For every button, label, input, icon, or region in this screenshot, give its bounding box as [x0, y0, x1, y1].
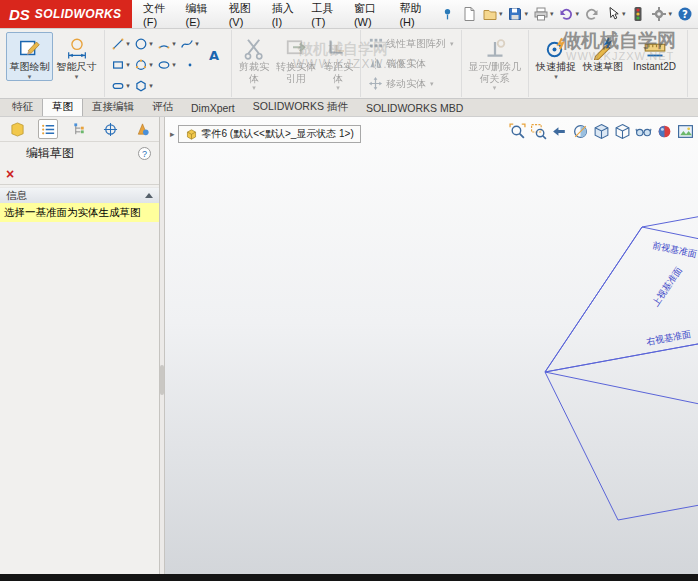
- redo-button[interactable]: [582, 3, 602, 25]
- dropdown-arrow-icon[interactable]: ▾: [149, 61, 153, 69]
- save-button[interactable]: ▾: [505, 3, 530, 25]
- tab-features[interactable]: 特征: [3, 98, 42, 116]
- splitter-grip[interactable]: [160, 365, 164, 395]
- perimeter-circle-tool-button[interactable]: ▾: [132, 54, 155, 75]
- tab-sketch[interactable]: 草图: [42, 97, 83, 116]
- display-style-button[interactable]: [613, 122, 632, 141]
- sketch-draw-button[interactable]: 草图绘制 ▾: [6, 32, 53, 81]
- apply-scene-button[interactable]: [676, 122, 695, 141]
- tab-direct-editing[interactable]: 直接编辑: [83, 98, 143, 116]
- graphics-area[interactable]: 前视基准面 上视基准面 右视基准面: [165, 117, 698, 574]
- info-section-header[interactable]: 信息: [0, 187, 159, 203]
- dropdown-arrow-icon[interactable]: ▾: [195, 40, 199, 48]
- dropdown-arrow-icon[interactable]: ▾: [622, 10, 626, 18]
- breadcrumb-arrow-icon[interactable]: ▸: [170, 129, 175, 139]
- menu-view[interactable]: 视图(V): [222, 0, 265, 28]
- view-orientation-button[interactable]: [592, 122, 611, 141]
- pin-menu-icon[interactable]: [441, 0, 454, 28]
- circle-tool-button[interactable]: ▾: [132, 33, 155, 54]
- dropdown-arrow-icon[interactable]: ▾: [336, 84, 340, 91]
- zoom-fit-button[interactable]: [508, 122, 527, 141]
- scene-icon: [677, 123, 694, 140]
- menu-file[interactable]: 文件(F): [136, 0, 179, 28]
- tab-solidworks-addins[interactable]: SOLIDWORKS 插件: [244, 98, 357, 116]
- quick-snaps-button[interactable]: 快速捕捉 ▾: [533, 32, 580, 81]
- polygon-icon: [134, 79, 148, 93]
- zoom-area-button[interactable]: [529, 122, 548, 141]
- point-tool-button[interactable]: [178, 54, 201, 75]
- previous-view-button[interactable]: [550, 122, 569, 141]
- polygon-tool-button[interactable]: ▾: [132, 75, 155, 96]
- dropdown-arrow-icon[interactable]: ▾: [172, 61, 176, 69]
- trim-entities-button[interactable]: 剪裁实体 ▾: [236, 32, 272, 92]
- text-tool-button[interactable]: [201, 34, 227, 76]
- document-tab[interactable]: 零件6 (默认<<默认>_显示状态 1>): [178, 125, 361, 143]
- menu-edit[interactable]: 编辑(E): [179, 0, 222, 28]
- new-document-button[interactable]: [459, 3, 479, 25]
- panel-empty-area: [0, 222, 159, 574]
- undo-button[interactable]: ▾: [556, 3, 581, 25]
- dropdown-arrow-icon[interactable]: ▾: [28, 73, 32, 80]
- dropdown-arrow-icon[interactable]: ▾: [668, 10, 672, 18]
- convert-entities-button[interactable]: 转换实体引用: [272, 32, 320, 85]
- dropdown-arrow-icon[interactable]: ▾: [550, 10, 554, 18]
- dropdown-arrow-icon[interactable]: ▾: [450, 40, 454, 48]
- dropdown-arrow-icon[interactable]: ▾: [493, 84, 497, 91]
- featuremanager-tab[interactable]: [7, 119, 27, 139]
- section-view-button[interactable]: [571, 122, 590, 141]
- panel-help-icon[interactable]: ?: [138, 147, 151, 160]
- configurationmanager-tab[interactable]: [70, 119, 90, 139]
- display-delete-relations-button[interactable]: 显示/删除几何关系 ▾: [466, 32, 524, 92]
- hide-show-items-button[interactable]: [634, 122, 653, 141]
- menu-tools[interactable]: 工具(T): [304, 0, 347, 28]
- graphics-viewport[interactable]: 前视基准面 上视基准面 右视基准面 ▸ 零件6 (默认<<默认>_显示状态 1>…: [165, 117, 698, 574]
- menu-insert[interactable]: 插入(I): [265, 0, 305, 28]
- view-cube-icon: [593, 123, 610, 140]
- dropdown-arrow-icon[interactable]: ▾: [126, 82, 130, 90]
- collapse-chevron-icon[interactable]: [145, 193, 153, 198]
- dropdown-arrow-icon[interactable]: ▾: [499, 10, 503, 18]
- displaymanager-tab[interactable]: [132, 119, 152, 139]
- tab-evaluate[interactable]: 评估: [143, 98, 182, 116]
- select-button[interactable]: ▾: [603, 3, 628, 25]
- dropdown-arrow-icon[interactable]: ▾: [149, 82, 153, 90]
- tab-dimxpert[interactable]: DimXpert: [182, 100, 244, 116]
- cancel-icon[interactable]: ×: [6, 168, 14, 180]
- offset-entities-button[interactable]: 等距实体 ▾: [320, 32, 356, 92]
- ellipse-tool-button[interactable]: ▾: [155, 54, 178, 75]
- menu-help[interactable]: 帮助(H): [392, 0, 436, 28]
- help-button[interactable]: [675, 3, 695, 25]
- line-tool-button[interactable]: ▾: [109, 33, 132, 54]
- menu-window[interactable]: 窗口(W): [347, 0, 392, 28]
- linear-sketch-pattern-button[interactable]: 线性草图阵列 ▾: [365, 35, 457, 52]
- dropdown-arrow-icon[interactable]: ▾: [575, 10, 579, 18]
- dropdown-arrow-icon[interactable]: ▾: [430, 80, 434, 88]
- dimxpertmanager-tab[interactable]: [101, 119, 121, 139]
- tab-solidworks-mbd[interactable]: SOLIDWORKS MBD: [357, 100, 472, 116]
- open-button[interactable]: ▾: [480, 3, 505, 25]
- edit-appearance-button[interactable]: [655, 122, 674, 141]
- dropdown-arrow-icon[interactable]: ▾: [126, 61, 130, 69]
- dropdown-arrow-icon[interactable]: ▾: [554, 73, 558, 80]
- rapid-sketch-button[interactable]: 快速草图: [580, 32, 627, 74]
- print-button[interactable]: ▾: [531, 3, 556, 25]
- quick-access-toolbar: ▾ ▾ ▾ ▾ ▾ ▾: [459, 0, 698, 28]
- dropdown-arrow-icon[interactable]: ▾: [172, 40, 176, 48]
- smart-dimension-button[interactable]: 智能尺寸 ▾: [53, 32, 100, 81]
- dropdown-arrow-icon[interactable]: ▾: [252, 84, 256, 91]
- slot-tool-button[interactable]: ▾: [109, 75, 132, 96]
- arc-tool-button[interactable]: ▾: [155, 33, 178, 54]
- dropdown-arrow-icon[interactable]: ▾: [149, 40, 153, 48]
- options-button[interactable]: ▾: [649, 3, 674, 25]
- spline-tool-button[interactable]: ▾: [178, 33, 201, 54]
- dropdown-arrow-icon[interactable]: ▾: [524, 10, 528, 18]
- instant2d-button[interactable]: Instant2D: [627, 32, 683, 74]
- mirror-entities-button[interactable]: 镜像实体: [365, 55, 429, 72]
- propertymanager-tab[interactable]: [38, 119, 58, 139]
- rebuild-button[interactable]: [628, 3, 648, 25]
- dropdown-arrow-icon[interactable]: ▾: [75, 73, 79, 80]
- rectangle-tool-button[interactable]: ▾: [109, 54, 132, 75]
- dropdown-arrow-icon[interactable]: ▾: [126, 40, 130, 48]
- right-plane[interactable]: [545, 317, 698, 520]
- move-entities-button[interactable]: 移动实体 ▾: [365, 75, 437, 92]
